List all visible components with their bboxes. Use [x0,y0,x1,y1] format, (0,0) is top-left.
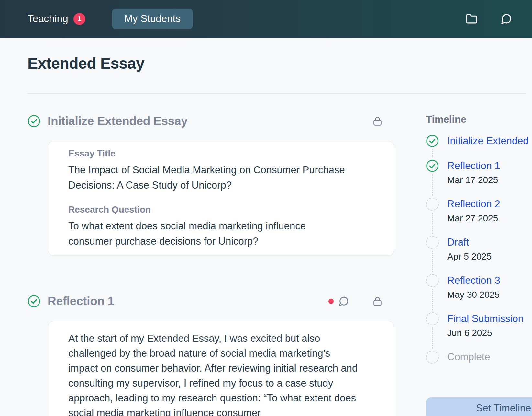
timeline-item-draft: Draft Apr 5 2025 [426,236,532,274]
check-circle-icon [426,159,439,172]
section-header-reflection-1: Reflection 1 [28,294,394,309]
timeline-connector [432,149,433,157]
timeline-rail [426,159,439,198]
lock-icon[interactable] [372,116,382,127]
page-content: Extended Essay Initialize Extended Essay [0,54,532,416]
topbar-icon-group [466,13,512,25]
timeline-connector [432,251,433,272]
timeline-item-initialize: Initialize Extended Essay [426,134,532,159]
empty-circle-icon [426,312,439,325]
timeline-rail [426,351,439,364]
check-circle-icon [28,295,40,308]
check-circle-icon [426,134,439,147]
check-circle-icon [28,115,40,128]
main-column: Initialize Extended Essay Essay Title Th… [28,114,394,416]
timeline-item-final-submission: Final Submission Jun 6 2025 [426,312,532,351]
timeline-link-initialize[interactable]: Initialize Extended Essay [447,134,532,147]
timeline-item-reflection-2: Reflection 2 Mar 27 2025 [426,198,532,236]
top-navigation-bar: Teaching 1 My Students [0,0,532,38]
timeline-item-complete: Complete [426,351,532,364]
section-title: Initialize Extended Essay [48,114,188,128]
comments-icon[interactable] [338,296,349,307]
field-label: Research Question [68,204,374,215]
title-divider [28,93,526,94]
timeline-link-reflection-3[interactable]: Reflection 3 [447,274,500,287]
empty-circle-icon [426,198,439,211]
chat-bubble-icon[interactable] [500,13,512,25]
timeline-connector [432,327,433,349]
section-header-initialize: Initialize Extended Essay [28,114,394,129]
timeline-rail [426,134,439,159]
timeline-rail [426,236,439,274]
timeline-item-reflection-1: Reflection 1 Mar 17 2025 [426,159,532,198]
field-label: Essay Title [68,148,374,159]
timeline-link-reflection-2[interactable]: Reflection 2 [447,198,500,211]
reflection-1-card: At the start of my Extended Essay, I was… [48,321,394,416]
timeline-link-reflection-1[interactable]: Reflection 1 [447,159,500,172]
timeline-rail [426,198,439,236]
teaching-nav-item[interactable]: Teaching 1 [28,13,85,25]
timeline-link-final-submission[interactable]: Final Submission [447,312,524,325]
timeline-connector [432,174,433,196]
timeline-rail [426,274,439,312]
unread-dot [328,299,334,304]
empty-circle-icon [426,236,439,249]
folder-icon[interactable] [466,13,478,25]
teaching-notification-badge: 1 [73,13,85,25]
timeline-date: Mar 27 2025 [447,213,500,224]
empty-circle-icon [426,351,439,364]
essay-title-field: Essay Title The Impact of Social Media M… [68,148,374,193]
empty-circle-icon [426,274,439,287]
timeline-label-complete: Complete [447,351,490,363]
timeline-connector [432,213,433,234]
timeline-rail [426,312,439,351]
lock-icon[interactable] [372,296,382,307]
timeline-date: Apr 5 2025 [447,251,492,262]
page-title: Extended Essay [28,54,532,72]
timeline-date: Jun 6 2025 [447,328,524,338]
section-actions [349,116,382,127]
timeline-item-reflection-3: Reflection 3 May 30 2025 [426,274,532,312]
set-timeline-button[interactable]: Set Timeline [426,397,532,416]
timeline-date: May 30 2025 [447,290,500,300]
research-question-value: To what extent does social media marketi… [68,218,334,249]
teaching-label: Teaching [28,13,68,25]
research-question-field: Research Question To what extent does so… [68,204,374,249]
initialize-card: Essay Title The Impact of Social Media M… [48,141,394,256]
section-title: Reflection 1 [48,295,114,308]
section-actions [328,296,382,307]
essay-title-value: The Impact of Social Media Marketing on … [68,162,366,193]
timeline-list: Initialize Extended Essay [426,134,532,364]
reflection-1-text: At the start of my Extended Essay, I was… [68,331,361,416]
timeline-heading: Timeline [426,114,532,125]
timeline-sidebar: Timeline Initialize Extended Essay [426,114,532,416]
my-students-button[interactable]: My Students [112,9,193,29]
timeline-date: Mar 17 2025 [447,175,500,185]
timeline-link-draft[interactable]: Draft [447,236,492,249]
timeline-connector [432,289,433,310]
